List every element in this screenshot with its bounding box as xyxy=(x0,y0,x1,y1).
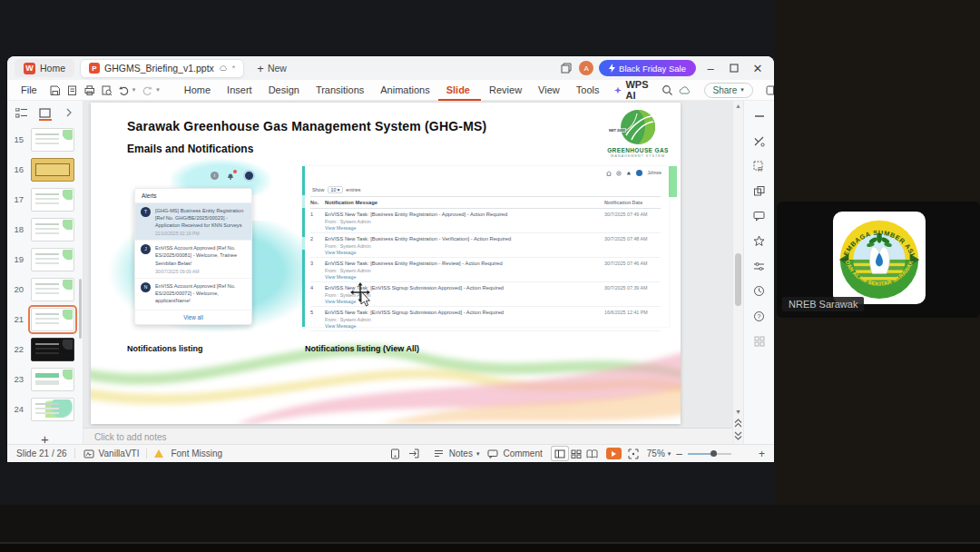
alert-avatar: N xyxy=(141,282,151,292)
participant-video-tile[interactable]: LEMBAGA SUMBER ASLI DAN ALAM SEKITAR SAR… xyxy=(777,202,980,318)
slide-thumbnail[interactable] xyxy=(31,338,74,361)
panel-toggle-icon[interactable] xyxy=(765,84,774,97)
next-slide-icon[interactable] xyxy=(734,431,742,440)
ghg-leaf-globe-icon xyxy=(619,108,657,146)
slide-thumbnail[interactable] xyxy=(31,398,74,421)
black-friday-sale-button[interactable]: Black Friday Sale xyxy=(599,60,696,76)
collapse-rail-icon[interactable] xyxy=(753,110,766,123)
slide-thumbnail[interactable] xyxy=(31,188,74,212)
sliders-icon[interactable] xyxy=(753,260,766,272)
zoom-chevron-icon[interactable]: ▾ xyxy=(668,450,671,458)
slide-thumbnail-row[interactable]: 19 xyxy=(7,244,83,274)
cloud-save-icon[interactable] xyxy=(679,84,692,97)
redo-chevron-icon[interactable]: ▾ xyxy=(156,86,160,94)
slide-thumbnail[interactable] xyxy=(31,128,74,152)
export-icon[interactable] xyxy=(66,84,78,97)
reading-view-button[interactable] xyxy=(584,447,601,460)
slide-thumbnail-row[interactable]: 17 xyxy=(7,184,83,214)
menu-item[interactable]: View xyxy=(530,80,568,101)
share-button[interactable]: Share ▾ xyxy=(704,83,753,98)
home-tab[interactable]: W Home xyxy=(15,59,74,77)
normal-view-button[interactable] xyxy=(552,447,568,460)
print-preview-icon[interactable] xyxy=(101,84,113,97)
tools-icon[interactable] xyxy=(753,135,766,148)
slide-thumbnail-row[interactable]: 24 xyxy=(7,394,83,424)
maximize-button[interactable] xyxy=(725,60,743,76)
outline-view-icon[interactable] xyxy=(15,105,28,120)
caption-notifications-listing[interactable]: Notifications listing xyxy=(127,344,203,353)
scrollbar-thumb[interactable] xyxy=(735,253,741,306)
account-avatar[interactable]: A xyxy=(579,61,593,75)
new-tab-button[interactable]: + New xyxy=(250,62,294,75)
save-icon[interactable] xyxy=(49,84,61,97)
menu-item[interactable]: Transitions xyxy=(308,80,372,101)
slide-thumbnail-row[interactable]: 16 xyxy=(7,154,83,184)
shapes-icon[interactable] xyxy=(753,185,766,198)
file-menu[interactable]: File xyxy=(21,84,37,95)
menu-item[interactable]: Home xyxy=(176,80,219,101)
slide-thumbnail[interactable] xyxy=(31,218,74,242)
slide-thumbnail[interactable] xyxy=(31,158,74,182)
slide-thumbnail[interactable] xyxy=(31,278,74,301)
zoom-slider-thumb[interactable] xyxy=(710,450,717,457)
slide-subtitle[interactable]: Emails and Notifications xyxy=(127,143,253,155)
task-window-icon[interactable] xyxy=(389,448,402,460)
zoom-slider[interactable] xyxy=(688,453,731,455)
undo-chevron-icon[interactable]: ▾ xyxy=(132,86,136,94)
scroll-down-icon[interactable]: ▼ xyxy=(735,409,741,415)
document-tab[interactable]: P GHGMS_Briefing_v1.pptx * xyxy=(80,59,244,78)
zoom-level[interactable]: 75% xyxy=(647,448,665,458)
ghg-ms-logo: NET 2050 GREENHOUSE GAS MANAGEMENT SYSTE… xyxy=(606,108,670,158)
help-icon[interactable]: ? xyxy=(753,310,766,322)
minimize-button[interactable]: – xyxy=(701,60,720,76)
handoff-icon[interactable] xyxy=(407,448,420,460)
redo-icon[interactable] xyxy=(142,84,153,97)
slide-thumbnail-row[interactable]: 15 xyxy=(7,124,83,154)
slide-thumbnail-row[interactable]: 18 xyxy=(7,214,83,244)
star-icon[interactable] xyxy=(753,235,766,248)
font-missing-warning[interactable]: Font Missing xyxy=(154,448,222,458)
caption-notifications-view-all[interactable]: Notifications listing (View All) xyxy=(305,344,419,353)
thumbnail-scrollbar[interactable] xyxy=(79,279,82,339)
menu-item[interactable]: Review xyxy=(481,80,530,101)
theme-indicator[interactable]: VanillaVTI xyxy=(83,448,140,460)
slide-21[interactable]: Sarawak Greenhouse Gas Management System… xyxy=(91,103,681,424)
editing-canvas[interactable]: Sarawak Greenhouse Gas Management System… xyxy=(83,101,732,444)
menu-item[interactable]: Animations xyxy=(372,80,437,101)
slide-thumbnail[interactable] xyxy=(31,248,74,271)
slide-title[interactable]: Sarawak Greenhouse Gas Management System… xyxy=(127,119,486,133)
selection-icon[interactable]: R xyxy=(753,160,766,172)
scroll-up-icon[interactable]: ▲ xyxy=(733,103,743,109)
menu-item[interactable]: Design xyxy=(260,80,308,101)
menu-item[interactable]: Insert xyxy=(219,80,260,101)
menu-item[interactable]: Tools xyxy=(568,80,608,101)
fit-screen-icon[interactable] xyxy=(627,448,640,460)
expand-panel-icon[interactable] xyxy=(63,105,75,120)
slide-view-icon[interactable] xyxy=(39,105,52,120)
slide-thumbnail-row[interactable]: 22 xyxy=(7,334,83,364)
slideshow-play-button[interactable] xyxy=(606,448,622,459)
zoom-out-button[interactable]: – xyxy=(676,448,682,460)
slide-thumbnail-row[interactable]: 21 xyxy=(7,304,83,334)
menu-item[interactable]: Slide Show xyxy=(438,80,481,101)
slide-thumbnail[interactable] xyxy=(31,308,74,331)
previous-slide-icon[interactable] xyxy=(734,419,742,428)
undo-icon[interactable] xyxy=(118,84,130,97)
slide-thumbnail[interactable] xyxy=(31,368,74,391)
window-boards-icon[interactable] xyxy=(559,61,573,75)
apps-grid-icon[interactable] xyxy=(753,335,766,348)
notes-area[interactable]: Click to add notes xyxy=(83,428,732,444)
notes-toggle[interactable]: Notes ▾ xyxy=(433,448,480,460)
print-icon[interactable] xyxy=(83,84,95,97)
close-button[interactable]: ✕ xyxy=(749,60,767,76)
slide-thumbnail-row[interactable]: 23 xyxy=(7,364,83,394)
slide-sorter-button[interactable] xyxy=(568,447,584,460)
canvas-scrollbar[interactable]: ▲ ▼ xyxy=(732,101,743,444)
slide-thumbnail-row[interactable]: 20 xyxy=(7,274,83,304)
history-icon[interactable] xyxy=(753,285,766,298)
zoom-in-button[interactable]: + xyxy=(759,448,765,460)
search-icon[interactable] xyxy=(662,84,673,97)
comment-button[interactable]: Comment xyxy=(486,448,542,460)
wps-ai-menu[interactable]: WPS AI xyxy=(607,79,658,101)
comment-icon[interactable] xyxy=(753,210,766,222)
